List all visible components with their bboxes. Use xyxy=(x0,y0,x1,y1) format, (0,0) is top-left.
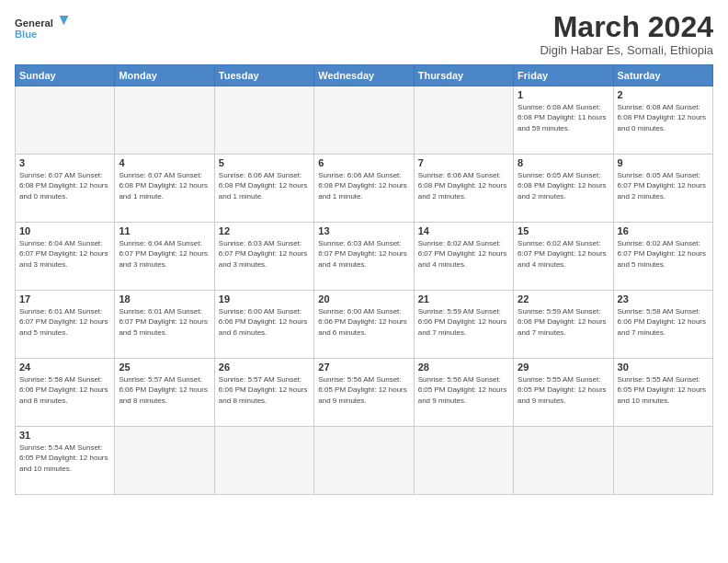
svg-marker-2 xyxy=(60,16,69,26)
day-info: Sunrise: 5:59 AM Sunset: 6:06 PM Dayligh… xyxy=(518,306,609,338)
location-subtitle: Digih Habar Es, Somali, Ethiopia xyxy=(540,43,713,57)
table-row xyxy=(115,86,214,155)
day-info: Sunrise: 6:01 AM Sunset: 6:07 PM Dayligh… xyxy=(19,306,110,338)
table-row: 21Sunrise: 5:59 AM Sunset: 6:06 PM Dayli… xyxy=(414,291,513,359)
day-number: 26 xyxy=(219,362,310,373)
day-info: Sunrise: 6:00 AM Sunset: 6:06 PM Dayligh… xyxy=(219,306,310,338)
table-row: 17Sunrise: 6:01 AM Sunset: 6:07 PM Dayli… xyxy=(16,291,115,359)
day-info: Sunrise: 5:58 AM Sunset: 6:06 PM Dayligh… xyxy=(19,374,110,406)
day-number: 28 xyxy=(418,362,509,373)
day-number: 19 xyxy=(219,293,310,304)
table-row: 20Sunrise: 6:00 AM Sunset: 6:06 PM Dayli… xyxy=(314,291,414,359)
day-info: Sunrise: 6:02 AM Sunset: 6:07 PM Dayligh… xyxy=(518,238,609,270)
day-info: Sunrise: 5:56 AM Sunset: 6:05 PM Dayligh… xyxy=(318,374,409,406)
table-row: 10Sunrise: 6:04 AM Sunset: 6:07 PM Dayli… xyxy=(16,223,115,291)
col-sunday: Sunday xyxy=(16,65,115,86)
day-number: 29 xyxy=(518,362,609,373)
day-number: 8 xyxy=(518,157,609,168)
day-info: Sunrise: 5:55 AM Sunset: 6:05 PM Dayligh… xyxy=(518,374,609,406)
day-info: Sunrise: 6:03 AM Sunset: 6:07 PM Dayligh… xyxy=(318,238,409,270)
month-year-title: March 2024 xyxy=(540,11,713,43)
day-number: 12 xyxy=(219,225,310,236)
title-block: March 2024 Digih Habar Es, Somali, Ethio… xyxy=(540,11,713,57)
day-info: Sunrise: 6:07 AM Sunset: 6:08 PM Dayligh… xyxy=(19,170,110,201)
day-number: 11 xyxy=(119,225,210,236)
day-number: 14 xyxy=(418,225,509,236)
day-info: Sunrise: 6:06 AM Sunset: 6:08 PM Dayligh… xyxy=(318,170,409,201)
day-number: 1 xyxy=(518,89,609,100)
table-row: 4Sunrise: 6:07 AM Sunset: 6:08 PM Daylig… xyxy=(115,155,214,223)
table-row: 12Sunrise: 6:03 AM Sunset: 6:07 PM Dayli… xyxy=(214,223,313,291)
table-row: 23Sunrise: 5:58 AM Sunset: 6:06 PM Dayli… xyxy=(613,291,712,359)
day-info: Sunrise: 6:05 AM Sunset: 6:08 PM Dayligh… xyxy=(518,170,609,201)
table-row: 30Sunrise: 5:55 AM Sunset: 6:05 PM Dayli… xyxy=(613,359,712,427)
day-number: 24 xyxy=(19,362,110,373)
svg-text:Blue: Blue xyxy=(15,29,37,40)
col-saturday: Saturday xyxy=(613,65,712,86)
day-number: 4 xyxy=(119,157,210,168)
day-number: 15 xyxy=(518,225,609,236)
table-row: 8Sunrise: 6:05 AM Sunset: 6:08 PM Daylig… xyxy=(514,155,613,223)
table-row xyxy=(314,86,414,155)
table-row: 7Sunrise: 6:06 AM Sunset: 6:08 PM Daylig… xyxy=(414,155,513,223)
day-info: Sunrise: 5:57 AM Sunset: 6:06 PM Dayligh… xyxy=(119,374,210,406)
col-wednesday: Wednesday xyxy=(314,65,414,86)
svg-text:General: General xyxy=(15,17,53,29)
day-info: Sunrise: 6:02 AM Sunset: 6:07 PM Dayligh… xyxy=(618,238,709,270)
day-info: Sunrise: 6:01 AM Sunset: 6:07 PM Dayligh… xyxy=(119,306,210,338)
table-row: 14Sunrise: 6:02 AM Sunset: 6:07 PM Dayli… xyxy=(414,223,513,291)
table-row: 9Sunrise: 6:05 AM Sunset: 6:07 PM Daylig… xyxy=(613,155,712,223)
table-row xyxy=(514,427,613,495)
table-row: 29Sunrise: 5:55 AM Sunset: 6:05 PM Dayli… xyxy=(514,359,613,427)
table-row xyxy=(613,427,712,495)
day-number: 16 xyxy=(618,225,709,236)
day-number: 31 xyxy=(19,430,110,441)
table-row: 1Sunrise: 6:08 AM Sunset: 6:08 PM Daylig… xyxy=(514,86,613,155)
table-row: 24Sunrise: 5:58 AM Sunset: 6:06 PM Dayli… xyxy=(16,359,115,427)
col-tuesday: Tuesday xyxy=(214,65,313,86)
day-info: Sunrise: 5:57 AM Sunset: 6:06 PM Dayligh… xyxy=(219,374,310,406)
table-row: 2Sunrise: 6:08 AM Sunset: 6:08 PM Daylig… xyxy=(613,86,712,155)
table-row xyxy=(314,427,414,495)
calendar-table: Sunday Monday Tuesday Wednesday Thursday… xyxy=(15,64,713,495)
day-info: Sunrise: 5:59 AM Sunset: 6:06 PM Dayligh… xyxy=(418,306,509,338)
table-row: 25Sunrise: 5:57 AM Sunset: 6:06 PM Dayli… xyxy=(115,359,214,427)
day-number: 22 xyxy=(518,293,609,304)
day-info: Sunrise: 6:04 AM Sunset: 6:07 PM Dayligh… xyxy=(119,238,210,270)
day-info: Sunrise: 6:08 AM Sunset: 6:08 PM Dayligh… xyxy=(518,102,609,133)
table-row: 18Sunrise: 6:01 AM Sunset: 6:07 PM Dayli… xyxy=(115,291,214,359)
table-row: 28Sunrise: 5:56 AM Sunset: 6:05 PM Dayli… xyxy=(414,359,513,427)
table-row xyxy=(16,86,115,155)
day-info: Sunrise: 6:02 AM Sunset: 6:07 PM Dayligh… xyxy=(418,238,509,270)
day-number: 7 xyxy=(418,157,509,168)
col-friday: Friday xyxy=(514,65,613,86)
day-number: 18 xyxy=(119,293,210,304)
day-number: 10 xyxy=(19,225,110,236)
day-number: 25 xyxy=(119,362,210,373)
day-number: 20 xyxy=(318,293,409,304)
col-monday: Monday xyxy=(115,65,214,86)
day-number: 30 xyxy=(618,362,709,373)
day-info: Sunrise: 6:05 AM Sunset: 6:07 PM Dayligh… xyxy=(618,170,709,201)
table-row xyxy=(115,427,214,495)
table-row: 3Sunrise: 6:07 AM Sunset: 6:08 PM Daylig… xyxy=(16,155,115,223)
day-number: 9 xyxy=(618,157,709,168)
day-info: Sunrise: 5:56 AM Sunset: 6:05 PM Dayligh… xyxy=(418,374,509,406)
day-number: 5 xyxy=(219,157,310,168)
day-info: Sunrise: 6:06 AM Sunset: 6:08 PM Dayligh… xyxy=(219,170,310,201)
calendar-header-row: Sunday Monday Tuesday Wednesday Thursday… xyxy=(16,65,713,86)
day-number: 21 xyxy=(418,293,509,304)
calendar-page: General Blue March 2024 Digih Habar Es, … xyxy=(0,0,728,563)
day-info: Sunrise: 6:00 AM Sunset: 6:06 PM Dayligh… xyxy=(318,306,409,338)
day-info: Sunrise: 6:07 AM Sunset: 6:08 PM Dayligh… xyxy=(119,170,210,201)
table-row xyxy=(214,86,313,155)
table-row: 19Sunrise: 6:00 AM Sunset: 6:06 PM Dayli… xyxy=(214,291,313,359)
day-info: Sunrise: 6:06 AM Sunset: 6:08 PM Dayligh… xyxy=(418,170,509,201)
table-row: 13Sunrise: 6:03 AM Sunset: 6:07 PM Dayli… xyxy=(314,223,414,291)
table-row: 31Sunrise: 5:54 AM Sunset: 6:05 PM Dayli… xyxy=(16,427,115,495)
table-row: 16Sunrise: 6:02 AM Sunset: 6:07 PM Dayli… xyxy=(613,223,712,291)
table-row: 11Sunrise: 6:04 AM Sunset: 6:07 PM Dayli… xyxy=(115,223,214,291)
day-info: Sunrise: 6:08 AM Sunset: 6:08 PM Dayligh… xyxy=(618,102,709,133)
header: General Blue March 2024 Digih Habar Es, … xyxy=(15,11,713,57)
day-info: Sunrise: 6:03 AM Sunset: 6:07 PM Dayligh… xyxy=(219,238,310,270)
